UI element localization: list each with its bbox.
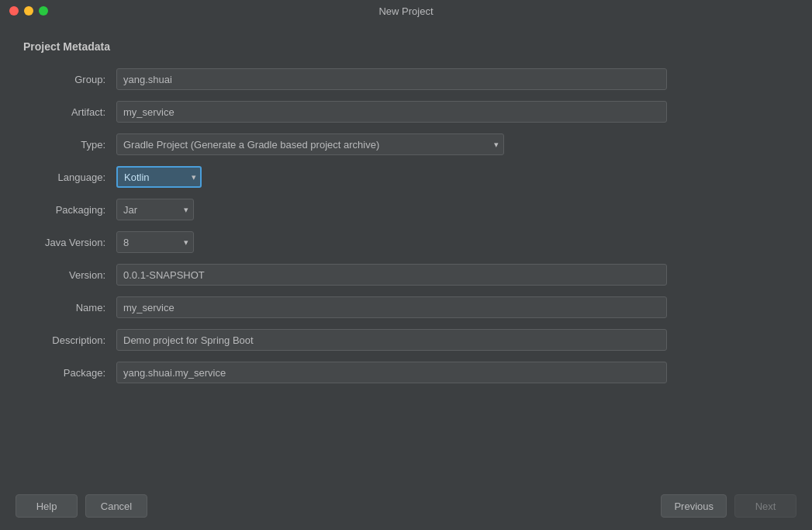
title-bar: New Project <box>0 0 812 22</box>
language-select-wrapper: Kotlin Java Groovy <box>116 166 202 188</box>
version-label: Version: <box>23 269 116 281</box>
group-input[interactable] <box>116 68 667 90</box>
previous-button[interactable]: Previous <box>661 494 727 518</box>
package-label: Package: <box>23 367 116 379</box>
language-label: Language: <box>23 171 116 183</box>
description-input[interactable] <box>116 329 667 351</box>
maximize-button[interactable] <box>39 6 48 16</box>
type-row: Type: Gradle Project (Generate a Gradle … <box>23 133 789 155</box>
package-row: Package: <box>23 362 789 383</box>
name-input[interactable] <box>116 296 667 318</box>
window-title: New Project <box>378 5 433 17</box>
java-version-row: Java Version: 8 11 17 21 <box>23 231 789 253</box>
artifact-row: Artifact: <box>23 101 789 123</box>
name-row: Name: <box>23 296 789 318</box>
main-content: Project Metadata Group: Artifact: Type: … <box>0 22 812 482</box>
close-button[interactable] <box>9 6 19 16</box>
artifact-input[interactable] <box>116 101 667 123</box>
type-label: Type: <box>23 139 116 151</box>
package-input[interactable] <box>116 362 667 383</box>
java-version-label: Java Version: <box>23 237 116 248</box>
artifact-label: Artifact: <box>23 106 116 118</box>
packaging-select[interactable]: Jar War <box>116 199 194 220</box>
form-grid: Group: Artifact: Type: Gradle Project (G… <box>23 68 789 383</box>
packaging-row: Packaging: Jar War <box>23 199 789 220</box>
java-version-select[interactable]: 8 11 17 21 <box>116 231 194 253</box>
footer: Help Cancel Previous Next <box>0 482 812 530</box>
traffic-lights <box>9 6 48 16</box>
name-label: Name: <box>23 302 116 313</box>
description-label: Description: <box>23 334 116 346</box>
version-row: Version: <box>23 264 789 286</box>
footer-right: Previous Next <box>661 494 796 518</box>
version-input[interactable] <box>116 264 667 286</box>
language-row: Language: Kotlin Java Groovy <box>23 166 789 188</box>
language-select[interactable]: Kotlin Java Groovy <box>116 166 202 188</box>
help-button[interactable]: Help <box>16 494 78 518</box>
footer-left: Help Cancel <box>16 494 147 518</box>
section-title: Project Metadata <box>23 40 789 53</box>
minimize-button[interactable] <box>24 6 33 16</box>
type-select-wrapper: Gradle Project (Generate a Gradle based … <box>116 133 504 155</box>
next-button[interactable]: Next <box>734 494 796 518</box>
type-select[interactable]: Gradle Project (Generate a Gradle based … <box>116 133 504 155</box>
description-row: Description: <box>23 329 789 351</box>
cancel-button[interactable]: Cancel <box>85 494 147 518</box>
group-label: Group: <box>23 74 116 85</box>
group-row: Group: <box>23 68 789 90</box>
java-version-select-wrapper: 8 11 17 21 <box>116 231 194 253</box>
packaging-select-wrapper: Jar War <box>116 199 194 220</box>
packaging-label: Packaging: <box>23 204 116 216</box>
